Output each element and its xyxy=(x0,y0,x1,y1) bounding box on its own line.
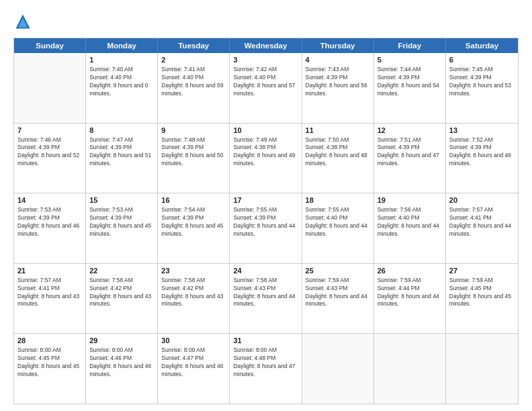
cell-info: Sunrise: 7:55 AMSunset: 4:39 PMDaylight:… xyxy=(233,206,298,238)
calendar: SundayMondayTuesdayWednesdayThursdayFrid… xyxy=(13,38,519,404)
calendar-cell: 14Sunrise: 7:53 AMSunset: 4:39 PMDayligh… xyxy=(14,193,86,263)
day-number: 21 xyxy=(17,267,82,275)
cell-info: Sunrise: 7:40 AMSunset: 4:40 PMDaylight:… xyxy=(89,66,154,98)
cell-info: Sunrise: 8:00 AMSunset: 4:48 PMDaylight:… xyxy=(233,347,298,379)
calendar-cell: 6Sunrise: 7:45 AMSunset: 4:39 PMDaylight… xyxy=(446,53,518,123)
calendar-cell xyxy=(302,334,374,404)
calendar-body: 1Sunrise: 7:40 AMSunset: 4:40 PMDaylight… xyxy=(14,53,518,404)
calendar-cell: 13Sunrise: 7:52 AMSunset: 4:39 PMDayligh… xyxy=(446,124,518,193)
day-number: 29 xyxy=(89,336,154,345)
calendar-row-4: 28Sunrise: 8:00 AMSunset: 4:45 PMDayligh… xyxy=(14,333,518,404)
calendar-cell: 16Sunrise: 7:54 AMSunset: 4:39 PMDayligh… xyxy=(158,193,230,263)
day-number: 10 xyxy=(233,126,298,134)
calendar-cell: 5Sunrise: 7:44 AMSunset: 4:39 PMDaylight… xyxy=(374,53,446,123)
day-number: 3 xyxy=(233,56,298,64)
day-number: 5 xyxy=(378,56,442,64)
cell-info: Sunrise: 7:46 AMSunset: 4:39 PMDaylight:… xyxy=(17,136,82,169)
cell-info: Sunrise: 7:53 AMSunset: 4:39 PMDaylight:… xyxy=(89,206,154,238)
calendar-cell: 4Sunrise: 7:43 AMSunset: 4:39 PMDaylight… xyxy=(302,53,374,123)
calendar-cell: 9Sunrise: 7:48 AMSunset: 4:39 PMDaylight… xyxy=(158,124,230,193)
cell-info: Sunrise: 8:00 AMSunset: 4:47 PMDaylight:… xyxy=(161,347,226,379)
day-number: 18 xyxy=(306,196,370,204)
day-number: 19 xyxy=(378,196,442,204)
cell-info: Sunrise: 8:00 AMSunset: 4:46 PMDaylight:… xyxy=(89,347,154,379)
calendar-cell: 23Sunrise: 7:58 AMSunset: 4:42 PMDayligh… xyxy=(158,264,230,334)
calendar-cell: 28Sunrise: 8:00 AMSunset: 4:45 PMDayligh… xyxy=(14,334,86,404)
cell-info: Sunrise: 7:44 AMSunset: 4:39 PMDaylight:… xyxy=(378,66,442,98)
calendar-cell: 3Sunrise: 7:42 AMSunset: 4:40 PMDaylight… xyxy=(230,53,302,123)
cell-info: Sunrise: 7:58 AMSunset: 4:43 PMDaylight:… xyxy=(233,277,298,309)
day-number: 22 xyxy=(89,267,154,275)
calendar-cell: 7Sunrise: 7:46 AMSunset: 4:39 PMDaylight… xyxy=(14,124,86,193)
cell-info: Sunrise: 7:58 AMSunset: 4:42 PMDaylight:… xyxy=(89,277,154,309)
calendar-cell: 2Sunrise: 7:41 AMSunset: 4:40 PMDaylight… xyxy=(158,53,230,123)
calendar-cell: 22Sunrise: 7:58 AMSunset: 4:42 PMDayligh… xyxy=(86,264,158,334)
calendar-cell: 15Sunrise: 7:53 AMSunset: 4:39 PMDayligh… xyxy=(86,193,158,263)
calendar-row-1: 7Sunrise: 7:46 AMSunset: 4:39 PMDaylight… xyxy=(14,123,518,193)
calendar-row-3: 21Sunrise: 7:57 AMSunset: 4:41 PMDayligh… xyxy=(14,263,518,334)
day-number: 11 xyxy=(306,126,370,134)
logo-icon xyxy=(13,12,32,31)
header-day-monday: Monday xyxy=(86,38,158,53)
page: SundayMondayTuesdayWednesdayThursdayFrid… xyxy=(0,0,532,411)
calendar-cell: 21Sunrise: 7:57 AMSunset: 4:41 PMDayligh… xyxy=(14,264,86,334)
cell-info: Sunrise: 8:00 AMSunset: 4:45 PMDaylight:… xyxy=(17,347,82,379)
day-number: 17 xyxy=(233,196,298,204)
cell-info: Sunrise: 7:59 AMSunset: 4:44 PMDaylight:… xyxy=(378,277,442,309)
calendar-cell: 8Sunrise: 7:47 AMSunset: 4:39 PMDaylight… xyxy=(86,124,158,193)
calendar-row-0: 1Sunrise: 7:40 AMSunset: 4:40 PMDaylight… xyxy=(14,53,518,123)
calendar-cell: 27Sunrise: 7:59 AMSunset: 4:45 PMDayligh… xyxy=(446,264,518,334)
calendar-cell xyxy=(374,334,446,404)
day-number: 31 xyxy=(233,336,298,345)
day-number: 13 xyxy=(449,126,515,134)
day-number: 23 xyxy=(161,267,226,275)
calendar-cell: 18Sunrise: 7:55 AMSunset: 4:40 PMDayligh… xyxy=(302,193,374,263)
cell-info: Sunrise: 7:48 AMSunset: 4:39 PMDaylight:… xyxy=(161,136,226,169)
calendar-cell: 1Sunrise: 7:40 AMSunset: 4:40 PMDaylight… xyxy=(86,53,158,123)
cell-info: Sunrise: 7:41 AMSunset: 4:40 PMDaylight:… xyxy=(161,66,226,98)
cell-info: Sunrise: 7:45 AMSunset: 4:39 PMDaylight:… xyxy=(449,66,515,98)
day-number: 27 xyxy=(449,267,515,275)
calendar-cell: 11Sunrise: 7:50 AMSunset: 4:38 PMDayligh… xyxy=(302,124,374,193)
header-day-saturday: Saturday xyxy=(446,38,518,53)
cell-info: Sunrise: 7:54 AMSunset: 4:39 PMDaylight:… xyxy=(161,206,226,238)
calendar-header: SundayMondayTuesdayWednesdayThursdayFrid… xyxy=(14,38,518,53)
calendar-cell: 10Sunrise: 7:49 AMSunset: 4:38 PMDayligh… xyxy=(230,124,302,193)
cell-info: Sunrise: 7:49 AMSunset: 4:38 PMDaylight:… xyxy=(233,136,298,169)
cell-info: Sunrise: 7:59 AMSunset: 4:43 PMDaylight:… xyxy=(306,277,370,309)
cell-info: Sunrise: 7:56 AMSunset: 4:40 PMDaylight:… xyxy=(378,206,442,238)
cell-info: Sunrise: 7:42 AMSunset: 4:40 PMDaylight:… xyxy=(233,66,298,98)
day-number: 15 xyxy=(89,196,154,204)
calendar-cell: 20Sunrise: 7:57 AMSunset: 4:41 PMDayligh… xyxy=(446,193,518,263)
calendar-cell: 17Sunrise: 7:55 AMSunset: 4:39 PMDayligh… xyxy=(230,193,302,263)
cell-info: Sunrise: 7:50 AMSunset: 4:38 PMDaylight:… xyxy=(306,136,370,169)
cell-info: Sunrise: 7:51 AMSunset: 4:39 PMDaylight:… xyxy=(378,136,442,169)
day-number: 28 xyxy=(17,336,82,345)
day-number: 9 xyxy=(161,126,226,134)
calendar-cell: 29Sunrise: 8:00 AMSunset: 4:46 PMDayligh… xyxy=(86,334,158,404)
calendar-cell: 31Sunrise: 8:00 AMSunset: 4:48 PMDayligh… xyxy=(230,334,302,404)
cell-info: Sunrise: 7:55 AMSunset: 4:40 PMDaylight:… xyxy=(306,206,370,238)
day-number: 25 xyxy=(306,267,370,275)
logo xyxy=(13,12,35,31)
day-number: 12 xyxy=(378,126,442,134)
day-number: 2 xyxy=(161,56,226,64)
calendar-cell: 26Sunrise: 7:59 AMSunset: 4:44 PMDayligh… xyxy=(374,264,446,334)
cell-info: Sunrise: 7:52 AMSunset: 4:39 PMDaylight:… xyxy=(449,136,515,169)
day-number: 30 xyxy=(161,336,226,345)
header-day-thursday: Thursday xyxy=(302,38,374,53)
cell-info: Sunrise: 7:57 AMSunset: 4:41 PMDaylight:… xyxy=(449,206,515,238)
cell-info: Sunrise: 7:57 AMSunset: 4:41 PMDaylight:… xyxy=(17,277,82,309)
day-number: 7 xyxy=(17,126,82,134)
day-number: 16 xyxy=(161,196,226,204)
calendar-cell: 19Sunrise: 7:56 AMSunset: 4:40 PMDayligh… xyxy=(374,193,446,263)
day-number: 14 xyxy=(17,196,82,204)
header-day-tuesday: Tuesday xyxy=(158,38,230,53)
cell-info: Sunrise: 7:43 AMSunset: 4:39 PMDaylight:… xyxy=(306,66,370,98)
cell-info: Sunrise: 7:58 AMSunset: 4:42 PMDaylight:… xyxy=(161,277,226,309)
header xyxy=(13,12,519,31)
day-number: 1 xyxy=(89,56,154,64)
cell-info: Sunrise: 7:47 AMSunset: 4:39 PMDaylight:… xyxy=(89,136,154,169)
calendar-cell: 30Sunrise: 8:00 AMSunset: 4:47 PMDayligh… xyxy=(158,334,230,404)
cell-info: Sunrise: 7:59 AMSunset: 4:45 PMDaylight:… xyxy=(449,277,515,309)
